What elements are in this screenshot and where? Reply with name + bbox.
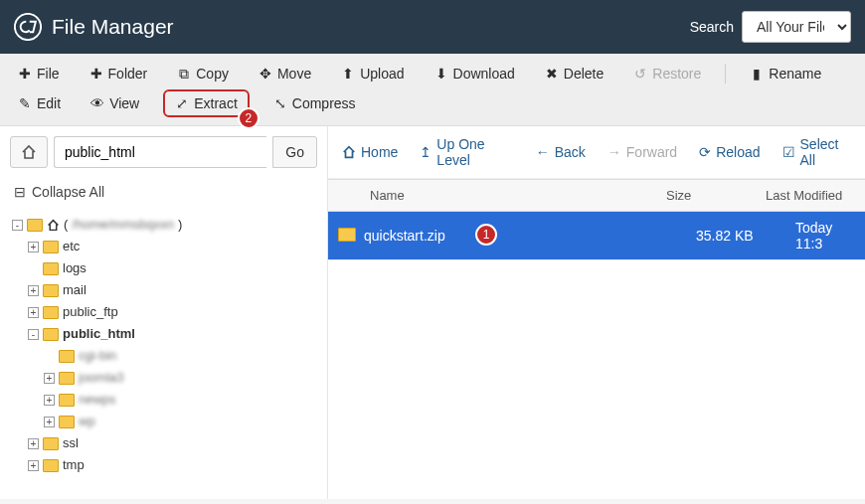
rename-icon: ▮ <box>750 67 764 81</box>
tree-item[interactable]: -public_html <box>28 323 315 345</box>
tree-item[interactable]: logs <box>28 257 315 279</box>
eye-icon: 👁 <box>90 96 104 110</box>
go-button[interactable]: Go <box>272 136 317 168</box>
col-name-header[interactable]: Name <box>328 180 656 211</box>
tree-toggle[interactable]: + <box>28 242 39 252</box>
folder-icon <box>43 241 59 253</box>
folder-icon <box>43 437 59 450</box>
file-table-header: Name Size Last Modified <box>328 179 865 212</box>
file-name: quickstart.zip <box>358 220 686 252</box>
path-home-button[interactable] <box>10 136 48 168</box>
tree-root[interactable]: - (/home/mmsbqxxn) <box>12 214 315 236</box>
search-scope-select[interactable]: All Your Files <box>742 11 851 43</box>
reload-icon: ⟳ <box>699 144 711 160</box>
back-button[interactable]: ←Back <box>536 136 586 168</box>
tree-item[interactable]: +wp <box>44 411 315 432</box>
extract-icon: ⤢ <box>175 96 189 110</box>
forward-icon: → <box>607 144 621 160</box>
tree-item[interactable]: +public_ftp <box>28 301 315 323</box>
folder-icon <box>59 350 75 363</box>
copy-button[interactable]: ⧉Copy <box>171 62 235 85</box>
collapse-all-button[interactable]: ⊟ Collapse All <box>0 178 327 210</box>
tree-toggle[interactable]: + <box>28 285 39 296</box>
action-bar: Home ↥Up One Level ←Back →Forward ⟳Reloa… <box>328 126 865 179</box>
up-icon: ↥ <box>420 144 432 160</box>
download-button[interactable]: ⬇Download <box>429 62 521 85</box>
delete-button[interactable]: ✖Delete <box>539 62 609 85</box>
select-all-button[interactable]: ☑Select All <box>782 136 851 168</box>
tree-toggle[interactable]: - <box>12 220 23 231</box>
nav-home-button[interactable]: Home <box>342 136 398 168</box>
tree-item[interactable]: +tmp <box>28 454 315 476</box>
up-one-level-button[interactable]: ↥Up One Level <box>420 136 513 168</box>
tree-label: ssl <box>63 432 79 454</box>
main-area: Go ⊟ Collapse All - (/home/mmsbqxxn) +et… <box>0 126 865 499</box>
search-label: Search <box>690 19 734 35</box>
tree-toggle[interactable]: - <box>28 329 39 340</box>
move-button[interactable]: ✥Move <box>253 62 317 85</box>
col-modified-header[interactable]: Last Modified <box>756 180 865 211</box>
check-icon: ☑ <box>782 144 795 160</box>
app-title: File Manager <box>52 15 690 39</box>
reload-button[interactable]: ⟳Reload <box>699 136 760 168</box>
folder-icon <box>43 306 59 319</box>
file-size: 35.82 KB <box>686 220 785 252</box>
folder-icon <box>43 328 59 341</box>
path-input[interactable] <box>54 136 266 168</box>
pencil-icon: ✎ <box>18 96 32 110</box>
tree-toggle[interactable]: + <box>28 307 39 318</box>
folder-icon <box>43 459 59 472</box>
home-icon <box>21 144 37 160</box>
file-modified: Today 11:3 <box>785 212 865 259</box>
view-button[interactable]: 👁View <box>85 91 145 115</box>
annotation-badge-1: 1 <box>475 224 497 246</box>
sidebar: Go ⊟ Collapse All - (/home/mmsbqxxn) +et… <box>0 126 328 499</box>
download-icon: ⬇ <box>434 67 448 81</box>
folder-icon <box>59 372 75 385</box>
annotation-badge-2: 2 <box>238 107 260 129</box>
tree-toggle <box>28 263 39 274</box>
upload-button[interactable]: ⬆Upload <box>335 62 410 85</box>
tree-toggle[interactable]: + <box>44 395 55 406</box>
tree-toggle[interactable]: + <box>28 438 39 449</box>
tree-label: tmp <box>63 454 85 476</box>
cpanel-logo-icon <box>14 13 42 41</box>
delete-icon: ✖ <box>545 67 559 81</box>
folder-icon <box>43 262 59 275</box>
file-table-body: quickstart.zip35.82 KBToday 11:31 <box>328 212 865 260</box>
tree-item[interactable]: +newps <box>44 389 315 411</box>
tree-label: etc <box>63 236 80 257</box>
path-bar: Go <box>0 126 327 178</box>
restore-button: ↺Restore <box>627 62 707 85</box>
col-size-header[interactable]: Size <box>656 180 756 211</box>
tree-item[interactable]: +joomla3 <box>44 367 315 389</box>
copy-icon: ⧉ <box>177 67 191 81</box>
file-row[interactable]: quickstart.zip35.82 KBToday 11:31 <box>328 212 865 260</box>
tree-item[interactable]: cgi-bin <box>44 345 315 367</box>
tree-toggle[interactable]: + <box>44 373 55 384</box>
zip-icon <box>338 228 356 242</box>
collapse-icon: ⊟ <box>14 184 26 200</box>
plus-icon: ✚ <box>18 67 32 81</box>
tree-label: wp <box>79 411 95 432</box>
tree-label: joomla3 <box>79 367 124 389</box>
svg-point-0 <box>15 14 41 40</box>
tree-toggle[interactable]: + <box>44 417 55 427</box>
main-toolbar: ✚File ✚Folder ⧉Copy ✥Move ⬆Upload ⬇Downl… <box>0 54 865 126</box>
compress-button[interactable]: ⤡Compress <box>267 91 362 115</box>
tree-item[interactable]: +ssl <box>28 432 315 454</box>
tree-item[interactable]: +mail <box>28 279 315 301</box>
new-file-button[interactable]: ✚File <box>12 62 66 85</box>
tree-label: public_ftp <box>63 301 118 323</box>
edit-button[interactable]: ✎Edit <box>12 91 67 115</box>
new-folder-button[interactable]: ✚Folder <box>84 62 154 85</box>
tree-item[interactable]: +etc <box>28 236 315 257</box>
tree-toggle <box>44 351 55 362</box>
rename-button[interactable]: ▮Rename <box>744 62 827 85</box>
tree-label: public_html <box>63 323 135 345</box>
upload-icon: ⬆ <box>341 67 355 81</box>
compress-icon: ⤡ <box>273 96 287 110</box>
folder-icon <box>43 284 59 297</box>
tree-toggle[interactable]: + <box>28 460 39 471</box>
extract-button[interactable]: ⤢Extract 2 <box>163 89 250 117</box>
